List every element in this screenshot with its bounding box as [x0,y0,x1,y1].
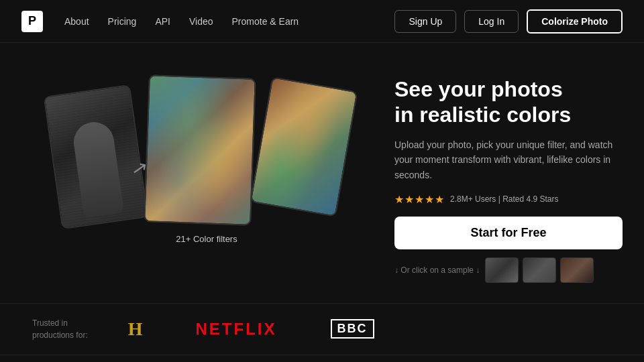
hero-headline: See your photos in realistic colors [394,76,623,128]
trusted-label-line2: productions for: [32,330,88,340]
stars-label: 2.8M+ Users | Rated 4.9 Stars [450,194,559,204]
color-filters-label: 21+ Color filters [153,234,260,244]
netflix-logo: NETFLIX [196,320,277,339]
start-free-button[interactable]: Start for Free [394,217,623,249]
nav-link-pricing[interactable]: Pricing [108,16,137,27]
colorize-photo-button[interactable]: Colorize Photo [527,9,623,34]
sample-thumbnails [485,257,594,283]
hero-text: See your photos in realistic colors Uplo… [381,70,623,283]
colorized-photo-card [144,74,256,225]
hero-section: ↗ 21+ Color filters See your photos in r… [0,43,644,296]
quotes-section: “Remarkably accurate” - Kevin Kelly, Fou… [0,355,644,362]
sample-row: ↓ Or click on a sample ↓ [394,257,623,283]
bbc-logo: BBC [331,319,374,339]
stars-row: ★★★★★ 2.8M+ Users | Rated 4.9 Stars [394,193,623,206]
nav-links: About Pricing API Video Promote & Earn [64,16,394,27]
sample-thumb-2[interactable] [523,257,556,283]
brand-logo[interactable]: P [21,11,43,32]
hero-images: ↗ 21+ Color filters [32,70,381,244]
history-channel-logo: H [128,318,142,340]
nav-link-about[interactable]: About [64,16,89,27]
brand-logos: H NETFLIX BBC [128,318,612,340]
headline-line2: in realistic colors [394,103,571,127]
sample-thumb-1[interactable] [485,257,519,283]
trusted-section: Trusted in productions for: H NETFLIX BB… [0,303,644,355]
sample-label: ↓ Or click on a sample ↓ [394,265,480,275]
login-button[interactable]: Log In [464,10,519,33]
nav-link-api[interactable]: API [155,16,170,27]
navbar: P About Pricing API Video Promote & Earn… [0,0,644,43]
right-photo-card [250,76,358,217]
sample-thumb-3[interactable] [560,257,594,283]
headline-line1: See your photos [394,77,563,101]
nav-actions: Sign Up Log In Colorize Photo [394,9,623,34]
trusted-label: Trusted in productions for: [32,317,88,341]
nav-link-promote[interactable]: Promote & Earn [232,16,299,27]
signup-button[interactable]: Sign Up [394,10,456,33]
stars-icons: ★★★★★ [394,193,445,206]
trusted-label-line1: Trusted in [32,318,68,328]
logo-letter: P [28,14,36,28]
nav-link-video[interactable]: Video [189,16,213,27]
hero-description: Upload your photo, pick your unique filt… [394,137,623,182]
